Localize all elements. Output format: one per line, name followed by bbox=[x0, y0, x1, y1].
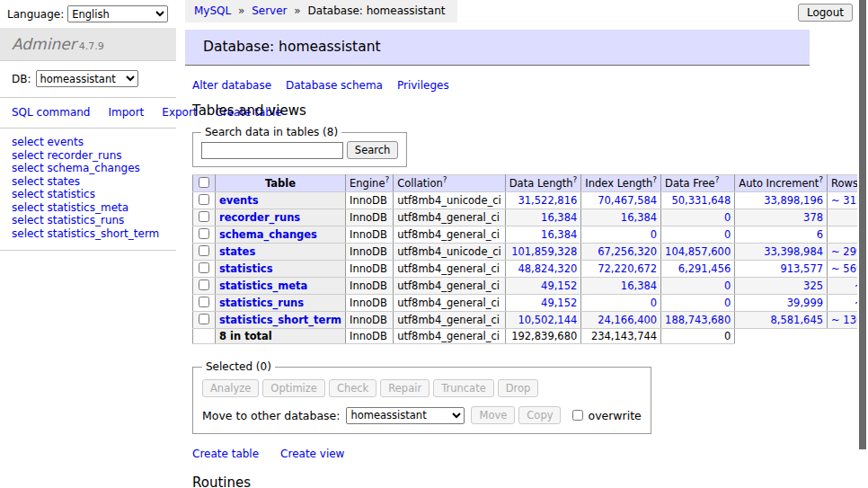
row-checkbox-schema-changes[interactable] bbox=[199, 228, 209, 239]
states-data-length-link[interactable]: 101,859,328 bbox=[511, 245, 577, 258]
statistics-meta-table-link[interactable]: statistics_meta bbox=[219, 279, 307, 292]
statistics-data-length-link[interactable]: 48,824,320 bbox=[518, 262, 577, 275]
create-table-link[interactable]: Create table bbox=[192, 448, 259, 460]
scrollbar[interactable] bbox=[857, 0, 868, 488]
checkbox-cell bbox=[193, 278, 216, 295]
statistics-runs-index-length-link[interactable]: 0 bbox=[651, 297, 657, 309]
schema-changes-data-free-link[interactable]: 0 bbox=[724, 228, 731, 241]
overwrite-checkbox[interactable] bbox=[572, 410, 583, 421]
optimize-button[interactable]: Optimize bbox=[262, 379, 325, 397]
events-data-free-link[interactable]: 50,331,648 bbox=[671, 194, 731, 207]
db-select[interactable]: homeassistant bbox=[36, 70, 138, 87]
column-label: Table bbox=[265, 177, 296, 190]
row-checkbox-statistics-meta[interactable] bbox=[199, 279, 209, 290]
drop-button[interactable]: Drop bbox=[498, 379, 539, 397]
statistics-meta-index-length-link[interactable]: 16,384 bbox=[621, 279, 657, 292]
copy-button[interactable]: Copy bbox=[518, 406, 561, 424]
statistics-auto-increment-link[interactable]: 913,577 bbox=[780, 262, 823, 275]
sidebar-select-schema-changes-link[interactable]: select schema_changes bbox=[12, 162, 167, 175]
schema-changes-table-link[interactable]: schema_changes bbox=[219, 228, 317, 241]
recorder-runs-auto-increment-link[interactable]: 378 bbox=[803, 211, 823, 224]
schema-changes-data-length-link[interactable]: 16,384 bbox=[541, 228, 577, 241]
states-data-free-link[interactable]: 104,857,600 bbox=[665, 245, 731, 258]
sidebar-select-statistics-link[interactable]: select statistics bbox=[12, 188, 167, 201]
sidebar-link-import[interactable]: Import bbox=[108, 106, 144, 119]
row-checkbox-statistics[interactable] bbox=[199, 262, 209, 273]
language-select[interactable]: English bbox=[67, 5, 168, 22]
column-hint-link[interactable]: ? bbox=[385, 175, 389, 184]
logout-button[interactable]: Logout bbox=[798, 4, 853, 22]
statistics-short-term-data-length-link[interactable]: 10,502,144 bbox=[518, 314, 577, 326]
search-input[interactable] bbox=[201, 142, 343, 159]
statistics-short-term-table-link[interactable]: statistics_short_term bbox=[219, 314, 341, 326]
repair-button[interactable]: Repair bbox=[380, 379, 430, 397]
search-button[interactable]: Search bbox=[347, 141, 399, 159]
create-view-link[interactable]: Create view bbox=[280, 448, 344, 460]
recorder-runs-data-free-link[interactable]: 0 bbox=[724, 211, 731, 224]
schema-changes-data-length-cell: 16,384 bbox=[505, 226, 581, 244]
row-checkbox-statistics-runs[interactable] bbox=[199, 297, 209, 307]
sidebar-select-states-link[interactable]: select states bbox=[12, 175, 167, 189]
events-data-length-link[interactable]: 31,522,816 bbox=[518, 194, 577, 207]
sidebar-select-events-link[interactable]: select events bbox=[12, 136, 167, 149]
statistics-meta-auto-increment-link[interactable]: 325 bbox=[803, 279, 823, 292]
truncate-button[interactable]: Truncate bbox=[433, 379, 494, 397]
statistics-runs-auto-increment-link[interactable]: 39,999 bbox=[787, 297, 823, 309]
statistics-data-free-link[interactable]: 6,291,456 bbox=[678, 262, 731, 275]
row-checkbox-statistics-short-term[interactable] bbox=[199, 314, 209, 324]
column-hint-link[interactable]: ? bbox=[573, 175, 578, 184]
statistics-short-term-index-length-link[interactable]: 24,166,400 bbox=[598, 314, 657, 326]
statistics-table-link[interactable]: statistics bbox=[219, 262, 273, 275]
sidebar-select-recorder-runs-link[interactable]: select recorder_runs bbox=[12, 149, 167, 163]
statistics-runs-data-free-link[interactable]: 0 bbox=[724, 297, 731, 309]
column-hint-link[interactable]: ? bbox=[715, 175, 720, 184]
language-label: Language: bbox=[7, 8, 64, 21]
row-checkbox-events[interactable] bbox=[199, 194, 209, 205]
column-hint-link[interactable]: ? bbox=[819, 175, 823, 184]
states-table-link[interactable]: states bbox=[219, 245, 255, 258]
database-schema-link[interactable]: Database schema bbox=[286, 79, 383, 92]
breadcrumb-mysql-link[interactable]: MySQL bbox=[194, 4, 231, 17]
recorder-runs-table-link[interactable]: recorder_runs bbox=[219, 211, 300, 224]
states-auto-increment-link[interactable]: 33,398,984 bbox=[764, 245, 823, 258]
checkbox-cell bbox=[193, 312, 216, 329]
select-all-checkbox[interactable] bbox=[199, 177, 209, 188]
statistics-meta-data-free-cell: 0 bbox=[661, 278, 735, 295]
statistics-runs-data-length-link[interactable]: 49,152 bbox=[541, 297, 577, 309]
recorder-runs-data-length-link[interactable]: 16,384 bbox=[541, 211, 577, 224]
breadcrumb-server-link[interactable]: Server bbox=[252, 4, 287, 17]
total-collation-cell: utf8mb4_general_ci bbox=[394, 329, 506, 344]
recorder-runs-index-length-link[interactable]: 16,384 bbox=[621, 211, 657, 224]
statistics-index-length-link[interactable]: 72,220,672 bbox=[598, 262, 657, 275]
column-hint-link[interactable]: ? bbox=[443, 175, 447, 184]
move-db-select[interactable]: homeassistant bbox=[346, 407, 465, 424]
alter-database-link[interactable]: Alter database bbox=[192, 79, 271, 92]
events-index-length-link[interactable]: 70,467,584 bbox=[598, 194, 657, 207]
sidebar-select-statistics-runs-link[interactable]: select statistics_runs bbox=[12, 214, 167, 227]
analyze-button[interactable]: Analyze bbox=[202, 379, 259, 397]
row-checkbox-recorder-runs[interactable] bbox=[199, 211, 209, 222]
scrollbar-thumb[interactable] bbox=[859, 0, 866, 449]
sidebar-link-sql-command[interactable]: SQL command bbox=[12, 106, 90, 119]
sidebar-select-statistics-meta-link[interactable]: select statistics_meta bbox=[12, 201, 167, 215]
statistics-meta-data-free-link[interactable]: 0 bbox=[724, 279, 731, 292]
events-auto-increment-link[interactable]: 33,898,196 bbox=[764, 194, 823, 207]
row-checkbox-states[interactable] bbox=[199, 245, 209, 256]
states-index-length-link[interactable]: 67,256,320 bbox=[598, 245, 657, 258]
statistics-short-term-data-free-link[interactable]: 188,743,680 bbox=[665, 314, 731, 326]
privileges-link[interactable]: Privileges bbox=[397, 79, 449, 92]
recorder-runs-engine-cell: InnoDB bbox=[346, 209, 394, 226]
main-content: Alter databaseDatabase schemaPrivileges … bbox=[185, 79, 810, 488]
move-button[interactable]: Move bbox=[471, 406, 515, 424]
statistics-short-term-auto-increment-link[interactable]: 8,581,645 bbox=[771, 314, 824, 326]
overwrite-option[interactable]: overwrite bbox=[571, 409, 641, 422]
table-name-cell: events bbox=[216, 192, 346, 209]
schema-changes-auto-increment-link[interactable]: 6 bbox=[817, 228, 823, 241]
schema-changes-index-length-link[interactable]: 0 bbox=[651, 228, 657, 241]
column-hint-link[interactable]: ? bbox=[652, 175, 657, 184]
events-table-link[interactable]: events bbox=[219, 194, 259, 207]
statistics-runs-table-link[interactable]: statistics_runs bbox=[219, 297, 304, 309]
sidebar-select-statistics-short-term-link[interactable]: select statistics_short_term bbox=[12, 227, 167, 241]
statistics-meta-data-length-link[interactable]: 49,152 bbox=[541, 279, 577, 292]
check-button[interactable]: Check bbox=[329, 379, 376, 397]
